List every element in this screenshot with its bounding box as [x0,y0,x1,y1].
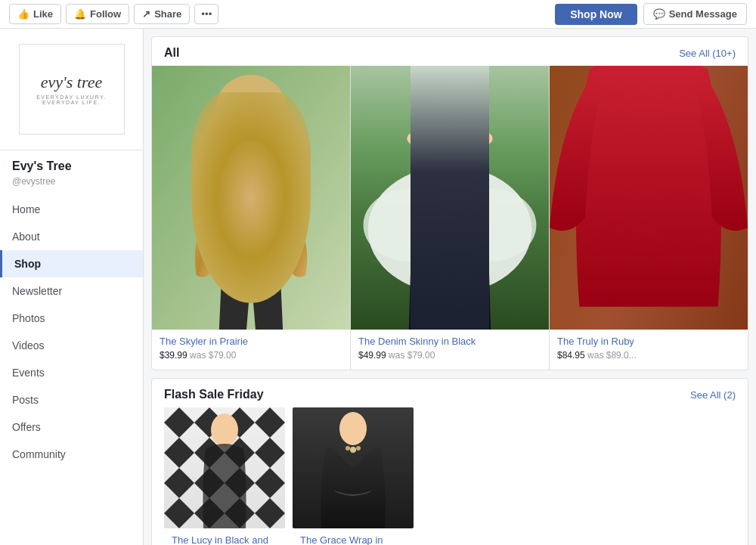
top-bar: 👍 Like 🔔 Follow ↗ Share ••• Shop Now 💬 S… [0,0,756,29]
flash-product-grid: The Lucy in Black and White ... $129.00 [152,407,748,545]
sidebar-item-offers[interactable]: Offers [0,413,143,441]
flash-info-lucy: The Lucy in Black and White ... $129.00 [164,528,285,545]
shop-now-button[interactable]: Shop Now [555,4,637,25]
product-info-denim: The Denim Skinny in Black $49.99 was $79… [351,330,549,370]
share-label: Share [154,8,181,20]
svg-point-1 [219,82,283,159]
flash-name-grace[interactable]: The Grace Wrap in Obsidian [300,534,406,545]
sidebar-item-photos[interactable]: Photos [0,305,143,332]
follow-label: Follow [90,8,121,20]
sidebar-item-home[interactable]: Home [0,196,143,223]
logo-box: evy's tree EVERYDAY LUXURY. EVERYDAY LIF… [19,44,125,135]
product-card-ruby[interactable]: The Truly in Ruby $84.95 was $89.0... [550,66,748,370]
svg-point-8 [407,132,429,146]
svg-point-16 [339,412,367,445]
share-icon: ↗ [142,8,150,20]
product-image-denim [351,66,549,330]
sidebar-item-newsletter[interactable]: Newsletter [0,277,143,305]
follow-button[interactable]: 🔔 Follow [66,4,129,24]
sidebar-nav: Home About Shop Newsletter Photos Videos… [0,196,143,468]
logo-text: evy's tree [41,73,102,91]
svg-point-17 [350,447,356,453]
follow-icon: 🔔 [74,8,86,20]
sidebar-item-community[interactable]: Community [0,441,143,468]
all-section: All See All (10+) [151,36,748,370]
flash-sale-section: Flash Sale Friday See All (2) [151,378,748,545]
product-name-ruby[interactable]: The Truly in Ruby [557,336,740,348]
all-section-title: All [164,46,179,60]
page-name: Evy's Tree [0,150,143,176]
product-name-skyler[interactable]: The Skyler in Prairie [160,336,342,348]
more-button[interactable]: ••• [194,4,218,24]
product-image-skyler [152,66,350,330]
flash-image-grace [293,407,414,528]
like-button[interactable]: 👍 Like [9,4,61,24]
product-name-denim[interactable]: The Denim Skinny in Black [358,336,541,348]
send-message-button[interactable]: 💬 Send Message [643,3,747,25]
svg-point-19 [356,446,361,451]
svg-rect-0 [152,66,350,330]
sidebar-item-about[interactable]: About [0,223,143,250]
flash-info-grace: The Grace Wrap in Obsidian $119.00 [293,528,414,545]
svg-point-6 [445,189,536,262]
svg-point-9 [471,132,493,146]
send-message-label: Send Message [669,8,737,20]
product-image-ruby [550,66,748,330]
all-product-grid: The Skyler in Prairie $39.99 was $79.00 [152,66,748,370]
flash-sale-title: Flash Sale Friday [164,388,264,401]
sidebar-item-posts[interactable]: Posts [0,386,143,413]
product-card-skyler[interactable]: The Skyler in Prairie $39.99 was $79.00 [152,66,351,370]
product-price-ruby: $84.95 was $89.0... [557,350,740,361]
sidebar-item-events[interactable]: Events [0,359,143,386]
page-handle: @evystree [0,176,143,196]
page-actions: 👍 Like 🔔 Follow ↗ Share ••• [9,4,555,24]
share-button[interactable]: ↗ Share [134,4,190,24]
sidebar: evy's tree EVERYDAY LUXURY. EVERYDAY LIF… [0,29,144,545]
flash-sale-header: Flash Sale Friday See All (2) [152,379,748,407]
svg-rect-7 [418,66,482,175]
svg-point-2 [216,75,286,138]
sidebar-item-shop[interactable]: Shop [0,250,143,277]
product-price-denim: $49.99 was $79.00 [358,350,541,361]
message-icon: 💬 [653,8,665,20]
main-content: All See All (10+) [144,29,756,545]
like-label: Like [33,8,53,20]
product-price-skyler: $39.99 was $79.00 [160,350,342,361]
more-icon: ••• [201,8,212,20]
like-icon: 👍 [17,8,29,20]
svg-point-5 [364,189,454,262]
flash-image-lucy [164,407,285,528]
all-see-all-link[interactable]: See All (10+) [679,48,736,59]
flash-sale-see-all-link[interactable]: See All (2) [690,389,736,401]
logo-area: evy's tree EVERYDAY LUXURY. EVERYDAY LIF… [0,29,143,150]
flash-card-lucy[interactable]: The Lucy in Black and White ... $129.00 [164,407,285,545]
product-card-denim[interactable]: The Denim Skinny in Black $49.99 was $79… [351,66,550,370]
flash-name-lucy[interactable]: The Lucy in Black and White ... [172,534,277,545]
logo-tagline: EVERYDAY LUXURY. EVERYDAY LIFE. [27,94,116,105]
product-info-skyler: The Skyler in Prairie $39.99 was $79.00 [152,330,350,370]
svg-rect-10 [414,173,486,181]
svg-point-14 [211,413,238,447]
sidebar-item-videos[interactable]: Videos [0,332,143,359]
svg-point-18 [345,446,350,451]
all-section-header: All See All (10+) [152,37,748,66]
page-wrapper: evy's tree EVERYDAY LUXURY. EVERYDAY LIF… [0,29,756,545]
product-info-ruby: The Truly in Ruby $84.95 was $89.0... [550,330,748,370]
flash-card-grace[interactable]: The Grace Wrap in Obsidian $119.00 [293,407,414,545]
